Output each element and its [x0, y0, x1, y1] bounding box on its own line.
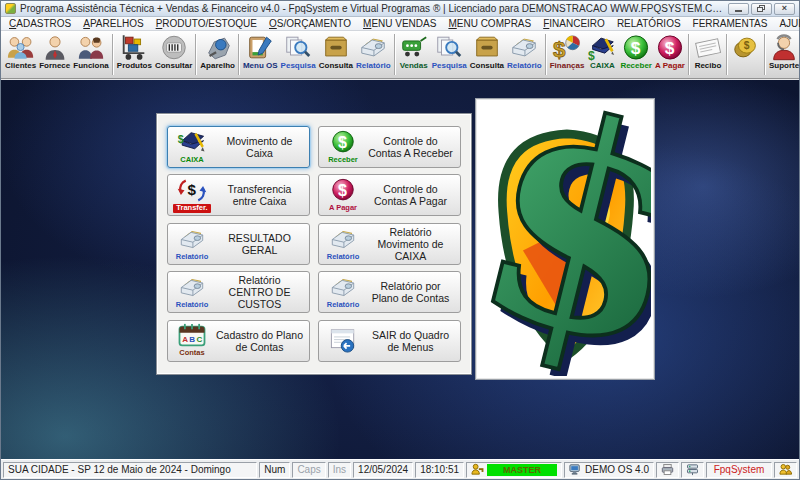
products-cart-icon [119, 34, 149, 61]
toolbar-label: Pesquisa [281, 61, 316, 71]
coins-icon: $ [731, 34, 761, 61]
button-caption: Relatório [176, 301, 209, 309]
time-text: 18:10:51 [420, 464, 459, 475]
button-label: Controle do Contas A Receber [364, 135, 457, 159]
resultado-geral-button[interactable]: Relatório RESULTADO GERAL [167, 223, 310, 265]
toolbar-label: Relatório [507, 61, 542, 71]
receber-button[interactable]: $ Receber [619, 32, 653, 77]
toolbar-group-financeiro: $ Finanças $ CAIXA $ Receber $ A Pagar [547, 32, 688, 77]
toolbar-label: Aparelho [200, 61, 235, 71]
toolbar-label: Pesquisa [432, 61, 467, 71]
consultar-produto-button[interactable]: Consultar [154, 32, 193, 77]
clientes-button[interactable]: Clientes [4, 32, 37, 77]
caixa-button[interactable]: $ CAIXA [586, 32, 618, 77]
toolbar-group-moedas: $ [728, 32, 764, 77]
toolbar-group-suporte: Suporte [766, 32, 800, 77]
svg-text:$: $ [178, 132, 184, 144]
menu-produto-estoque[interactable]: PRODUTO/ESTOQUE [150, 17, 263, 30]
menu-aparelhos[interactable]: APARELHOS [77, 17, 149, 30]
toolbar-label: A Pagar [655, 61, 685, 71]
button-label: Relatório CENTRO DE CUSTOS [213, 274, 306, 310]
minimize-icon [735, 10, 742, 12]
toolbar-label: Fornece [39, 61, 70, 71]
financas-button[interactable]: $ Finanças [549, 32, 586, 77]
relatorio-vendas-button[interactable]: Relatório [506, 32, 543, 77]
caps-lock-text: Caps [297, 464, 320, 475]
network-server-icon [686, 463, 699, 476]
toolbar-label: CAIXA [590, 61, 615, 71]
pesquisa-vendas-button[interactable]: Pesquisa [431, 32, 468, 77]
svg-text:B: B [189, 335, 195, 344]
a-pagar-button[interactable]: $ A Pagar [654, 32, 686, 77]
device-icon [203, 34, 233, 61]
menu-os-button[interactable]: Menu OS [242, 32, 279, 77]
relatorio-movimento-caixa-button[interactable]: Relatório Relatório Movimento de CAIXA [318, 223, 461, 265]
contas-a-pagar-button[interactable]: $ A Pagar Controle do Contas A Pagar [318, 174, 461, 216]
menu-os-orcamento[interactable]: OS/ORÇAMENTO [263, 17, 357, 30]
relatorio-centro-custos-button[interactable]: Relatório Relatório CENTRO DE CUSTOS [167, 271, 310, 313]
status-network [681, 462, 704, 478]
drawer-folder-icon [472, 34, 502, 61]
consulta-os-button[interactable]: Consulta [318, 32, 354, 77]
transferencia-caixa-button[interactable]: $ Transfer. Transferencia entre Caixa [167, 174, 310, 216]
status-user: MASTER [466, 462, 562, 478]
user-key-icon [471, 463, 484, 476]
printer-icon: Relatório [171, 227, 213, 261]
menu-financeiro[interactable]: FINANCEIRO [537, 17, 611, 30]
minimize-button[interactable] [728, 3, 749, 15]
button-caption: Contas [179, 349, 204, 357]
printer-icon: Relatório [322, 275, 364, 309]
menu-cadastros[interactable]: CADASTROS [3, 17, 77, 30]
status-printer [656, 462, 679, 478]
cadastro-plano-contas-button[interactable]: ABC Contas Cadastro do Plano de Contas [167, 320, 310, 362]
menu-compras[interactable]: MENU COMPRAS [442, 17, 537, 30]
relatorio-os-button[interactable]: Relatório [355, 32, 392, 77]
moedas-button[interactable]: $ [730, 32, 762, 77]
menu-relatorios[interactable]: RELATÓRIOS [611, 17, 687, 30]
toolbar-label: Recibo [695, 61, 722, 71]
contas-a-receber-button[interactable]: $ Receber Controle do Contas A Receber [318, 126, 461, 168]
button-label: Movimento de Caixa [213, 135, 306, 159]
button-caption: Transfer. [173, 204, 210, 212]
system-text: DEMO OS 4.0 [585, 464, 649, 475]
abc-calendar-icon: ABC Contas [171, 323, 213, 357]
clients-group-icon [6, 34, 36, 61]
user-badge: MASTER [487, 464, 557, 476]
toolbar-label: Finanças [550, 61, 585, 71]
toolbar-label: Consulta [319, 61, 353, 71]
consulta-vendas-button[interactable]: Consulta [469, 32, 505, 77]
toolbar-group-cadastros: Clientes Fornece Funciona [2, 32, 112, 77]
toolbar-label: Vendas [400, 61, 428, 71]
toolbar-label: Consultar [155, 61, 192, 71]
computer-icon [569, 463, 582, 476]
svg-text:C: C [196, 335, 202, 344]
menu-ferramentas[interactable]: FERRAMENTAS [687, 17, 774, 30]
close-icon: × [782, 4, 787, 13]
recibo-button[interactable]: Recibo [692, 32, 724, 77]
restore-button[interactable] [751, 3, 772, 15]
toolbar-label: Funciona [73, 61, 109, 71]
svg-text:$: $ [338, 181, 347, 199]
produtos-button[interactable]: Produtos [116, 32, 153, 77]
vendas-button[interactable]: Vendas [398, 32, 430, 77]
aparelho-button[interactable]: Aparelho [199, 32, 236, 77]
app-icon [5, 3, 16, 14]
date-text: 12/05/2024 [358, 464, 408, 475]
support-icon [769, 34, 799, 61]
funcionario-button[interactable]: Funciona [72, 32, 110, 77]
movimento-caixa-button[interactable]: $ CAIXA Movimento de Caixa [167, 126, 310, 168]
printer-icon [661, 463, 674, 476]
search-docs-icon [434, 34, 464, 61]
menu-ajuda[interactable]: AJUDA [773, 17, 800, 30]
suporte-button[interactable]: Suporte [768, 32, 800, 77]
printer-icon: Relatório [322, 227, 364, 261]
application-window: Programa Assistência Técnica + Vendas & … [0, 0, 800, 480]
pesquisa-os-button[interactable]: Pesquisa [280, 32, 317, 77]
toolbar-label: Clientes [5, 61, 36, 71]
relatorio-plano-contas-button[interactable]: Relatório Relatório por Plano de Contas [318, 271, 461, 313]
close-button[interactable]: × [774, 3, 795, 15]
sair-quadro-menus-button[interactable]: SAIR do Quadro de Menus [318, 320, 461, 362]
menu-vendas[interactable]: MENU VENDAS [357, 17, 442, 30]
toolbar-label: Receber [620, 61, 652, 71]
fornecedor-button[interactable]: Fornece [38, 32, 71, 77]
